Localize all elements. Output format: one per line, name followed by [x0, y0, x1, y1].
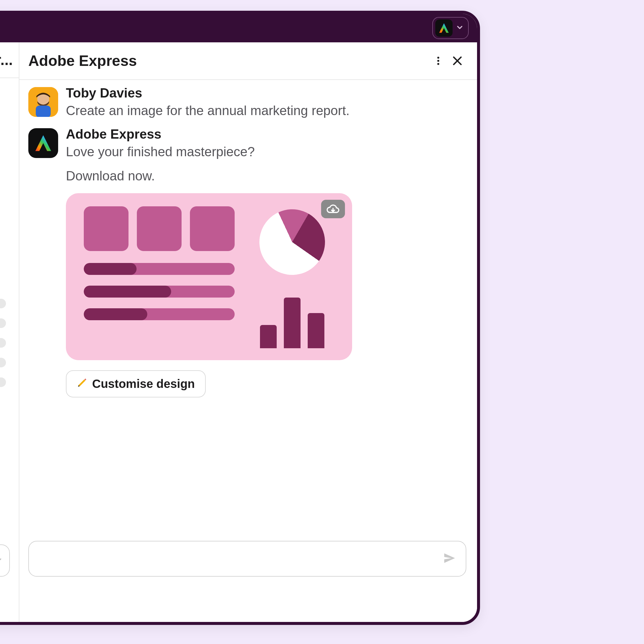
design-preview[interactable] — [66, 193, 352, 360]
extension-switcher[interactable] — [432, 17, 469, 39]
chevron-down-icon — [456, 23, 464, 33]
message-skeleton — [0, 299, 21, 397]
svg-point-1 — [437, 60, 439, 62]
message: Adobe Express Love your finished masterp… — [28, 126, 466, 397]
preview-tile — [137, 206, 182, 251]
channel-name[interactable]: tive-r... — [0, 42, 19, 78]
cloud-download-icon[interactable] — [321, 200, 345, 218]
channel-column: tive-r... — [0, 42, 19, 622]
avatar — [28, 87, 58, 117]
preview-right — [248, 206, 337, 348]
more-icon[interactable] — [429, 51, 448, 70]
customise-design-button[interactable]: Customise design — [66, 370, 206, 397]
preview-tile — [190, 206, 235, 251]
app-window: tive-r... Adobe Express — [0, 11, 480, 625]
panel-header: Adobe Express — [19, 42, 477, 80]
message: Toby Davies Create an image for the annu… — [28, 85, 466, 119]
preview-left — [84, 206, 235, 348]
button-label: Customise design — [92, 377, 195, 391]
sender-name: Adobe Express — [66, 126, 466, 142]
svg-rect-7 — [36, 106, 51, 117]
titlebar — [0, 14, 477, 42]
preview-bar — [84, 308, 235, 320]
channel-composer[interactable] — [0, 544, 10, 577]
panel-title: Adobe Express — [28, 52, 429, 69]
send-icon — [442, 551, 457, 566]
chevron-down-icon[interactable] — [0, 556, 3, 565]
avatar — [28, 128, 58, 158]
bar-chart-icon — [260, 295, 324, 348]
message-text: Love your finished masterpiece? — [66, 143, 466, 160]
adobe-logo-icon — [435, 19, 453, 37]
side-panel: Adobe Express — [19, 42, 477, 622]
svg-point-0 — [437, 57, 439, 59]
message-list: Toby Davies Create an image for the annu… — [19, 80, 477, 534]
sender-name: Toby Davies — [66, 85, 349, 101]
svg-point-2 — [437, 63, 439, 65]
close-icon[interactable] — [448, 51, 467, 70]
panel-composer[interactable] — [28, 541, 466, 577]
preview-bar — [84, 263, 235, 275]
message-text: Download now. — [66, 167, 466, 185]
pencil-icon — [77, 377, 88, 391]
preview-tile — [84, 206, 129, 251]
preview-bar — [84, 286, 235, 298]
message-text: Create an image for the annual marketing… — [66, 102, 349, 119]
